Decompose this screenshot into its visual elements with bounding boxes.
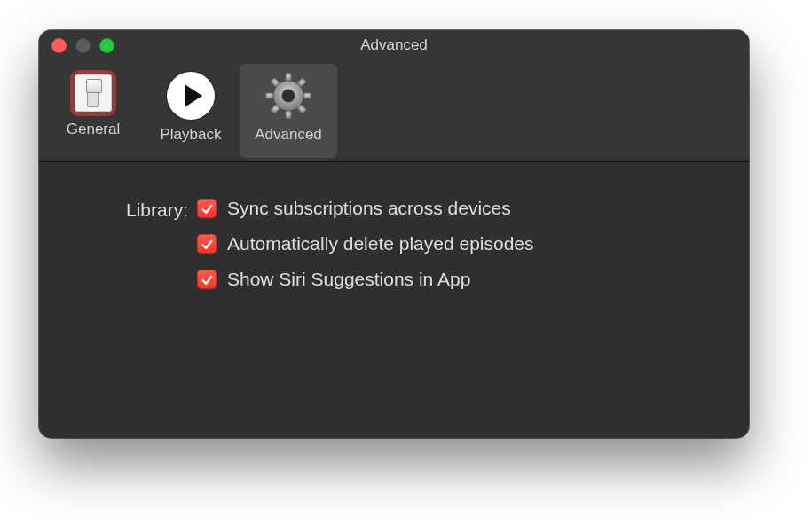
checkbox-checked-icon xyxy=(197,270,217,289)
option-siri-suggestions[interactable]: Show Siri Suggestions in App xyxy=(197,269,534,290)
content-area: Library: Sync subscriptions across devic… xyxy=(39,162,749,290)
minimize-window-button[interactable] xyxy=(75,38,91,53)
titlebar: Advanced xyxy=(39,30,749,60)
close-window-button[interactable] xyxy=(51,38,67,53)
tab-label: General xyxy=(67,121,120,138)
gear-icon xyxy=(262,69,315,122)
tab-label: Advanced xyxy=(255,126,322,144)
svg-rect-2 xyxy=(303,93,311,99)
tab-label: Playback xyxy=(161,126,222,144)
checkbox-checked-icon xyxy=(197,234,217,254)
option-label: Automatically delete played episodes xyxy=(227,233,534,254)
option-auto-delete[interactable]: Automatically delete played episodes xyxy=(197,233,534,254)
play-icon xyxy=(164,69,217,122)
tab-general[interactable]: General xyxy=(44,64,142,158)
preferences-toolbar: General Playback xyxy=(39,60,749,162)
window-controls xyxy=(51,38,114,53)
option-sync-subscriptions[interactable]: Sync subscriptions across devices xyxy=(197,198,534,219)
svg-rect-3 xyxy=(265,93,273,99)
window-title: Advanced xyxy=(360,36,428,54)
svg-point-9 xyxy=(282,90,295,103)
zoom-window-button[interactable] xyxy=(99,38,114,53)
library-section-label: Library: xyxy=(91,198,197,223)
svg-rect-0 xyxy=(286,73,292,81)
tab-advanced[interactable]: Advanced xyxy=(240,64,337,158)
preferences-window: Advanced General Playback xyxy=(39,30,749,438)
tab-playback[interactable]: Playback xyxy=(142,64,240,158)
svg-rect-1 xyxy=(286,111,292,119)
switch-icon xyxy=(69,69,117,117)
option-label: Sync subscriptions across devices xyxy=(227,198,511,219)
checkbox-checked-icon xyxy=(197,199,217,218)
option-label: Show Siri Suggestions in App xyxy=(227,269,470,290)
